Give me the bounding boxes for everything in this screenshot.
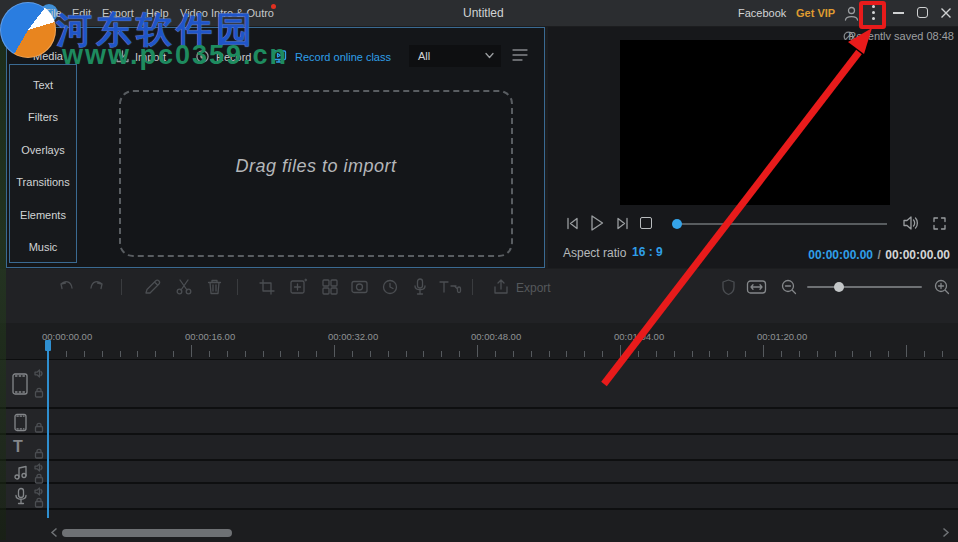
next-frame-icon[interactable] <box>614 216 631 231</box>
sidebar-item-transitions[interactable]: Transitions <box>10 166 76 199</box>
get-vip-link[interactable]: Get VIP <box>796 0 835 26</box>
video-track-icon <box>11 372 29 396</box>
zoom-in-icon[interactable] <box>933 278 951 296</box>
delete-trash-icon[interactable] <box>206 278 223 296</box>
sidebar-item-text[interactable]: Text <box>10 69 76 102</box>
text-track-icon: T <box>13 438 23 456</box>
zoom-frame-icon[interactable] <box>289 278 308 296</box>
fit-timeline-icon[interactable] <box>746 279 767 295</box>
sidebar-item-music[interactable]: Music <box>10 231 76 264</box>
tab-media[interactable]: Media <box>33 48 63 64</box>
preview-panel: Recently saved 08:48 Aspect ratio 16 : 9… <box>548 27 958 268</box>
sidebar-item-elements[interactable]: Elements <box>10 199 76 232</box>
voiceover-mic-icon[interactable] <box>412 277 428 296</box>
sidebar-item-overlays[interactable]: Overlays <box>10 134 76 167</box>
mute-speaker-icon[interactable] <box>33 463 45 472</box>
pip-track[interactable] <box>0 409 958 435</box>
undo-icon[interactable] <box>57 279 75 295</box>
previous-frame-icon[interactable] <box>564 216 581 231</box>
notification-dot <box>271 4 276 9</box>
video-preview-frame <box>620 40 890 205</box>
lock-icon[interactable] <box>33 448 45 459</box>
toolbar-divider <box>472 279 473 295</box>
music-track-icon <box>13 464 30 481</box>
redo-icon[interactable] <box>88 279 106 295</box>
account-icon[interactable] <box>843 5 860 22</box>
play-icon[interactable] <box>589 214 605 232</box>
timecode-total: 00:00:00.00 <box>885 248 950 262</box>
menu-video-intro-outro[interactable]: Video Intro & Outro <box>176 0 278 26</box>
aspect-ratio-value[interactable]: 16 : 9 <box>632 245 663 259</box>
crop-icon[interactable] <box>258 278 276 296</box>
lock-icon[interactable] <box>33 387 45 398</box>
mosaic-icon[interactable] <box>321 278 340 296</box>
stop-icon[interactable] <box>640 217 652 229</box>
export-icon[interactable] <box>492 278 510 296</box>
seek-handle[interactable] <box>672 219 682 229</box>
drag-hint-text: Drag files to import <box>121 156 511 177</box>
close-icon[interactable] <box>940 7 952 19</box>
lock-icon[interactable] <box>33 473 45 484</box>
ruler-ticks <box>0 323 958 360</box>
document-title: Untitled <box>463 0 504 26</box>
facebook-link[interactable]: Facebook <box>738 0 786 26</box>
media-filter-dropdown[interactable]: All <box>409 45 501 67</box>
toolbar-divider <box>237 279 238 295</box>
menu-export[interactable]: Export <box>98 0 138 26</box>
pip-track-icon <box>13 413 28 432</box>
video-track-header <box>0 360 48 407</box>
export-button[interactable]: Export <box>516 281 551 295</box>
timecode-separator: / <box>877 248 880 262</box>
seek-bar[interactable] <box>675 223 887 225</box>
text-track[interactable]: T <box>0 435 958 461</box>
edit-pencil-icon[interactable] <box>143 278 161 296</box>
annotation-highlight-box <box>859 1 886 29</box>
chevron-down-icon <box>485 52 494 59</box>
scroll-left-icon[interactable] <box>50 527 58 538</box>
watermark-edge-artifact <box>0 40 6 540</box>
record-icon <box>195 49 210 64</box>
volume-icon[interactable] <box>902 215 920 231</box>
screen-record-icon[interactable] <box>350 278 369 296</box>
voice-track[interactable] <box>0 484 958 510</box>
minimize-icon[interactable] <box>893 12 904 14</box>
mute-speaker-icon[interactable] <box>33 487 45 496</box>
music-track-header <box>0 461 48 482</box>
titlebar: File Edit Export Help Video Intro & Outr… <box>0 0 958 26</box>
edit-toolbar: Export <box>0 269 958 323</box>
timeline-zoom-slider[interactable] <box>807 286 922 288</box>
list-view-icon[interactable] <box>511 47 529 63</box>
category-sidebar: Text Filters Overlays Transitions Elemen… <box>9 64 77 263</box>
text-track-header: T <box>0 435 48 459</box>
menu-help[interactable]: Help <box>142 0 173 26</box>
lock-icon[interactable] <box>33 497 45 508</box>
duration-clock-icon[interactable] <box>381 278 399 296</box>
pip-track-header <box>0 409 48 433</box>
timeline-ruler[interactable]: 00:00:00.00 00:00:16.00 00:00:32.00 00:0… <box>0 323 958 360</box>
drag-drop-import-zone[interactable]: Drag files to import <box>119 90 513 257</box>
record-online-class-icon <box>271 49 287 64</box>
sidebar-item-filters[interactable]: Filters <box>10 101 76 134</box>
import-button[interactable]: Import <box>135 49 166 65</box>
split-scissors-icon[interactable] <box>175 278 193 296</box>
maximize-icon[interactable] <box>917 7 928 18</box>
video-track[interactable] <box>0 360 958 409</box>
import-icon <box>115 49 130 64</box>
scroll-right-icon[interactable] <box>942 527 950 538</box>
text-to-speech-icon[interactable] <box>438 278 462 296</box>
music-track[interactable] <box>0 461 958 484</box>
playhead[interactable] <box>47 340 49 518</box>
record-online-class-button[interactable]: Record online class <box>295 49 391 65</box>
menu-file[interactable]: File <box>40 0 66 26</box>
watermark-shield-icon[interactable] <box>721 278 736 296</box>
mute-speaker-icon[interactable] <box>33 369 45 378</box>
timeline-zoom-handle[interactable] <box>834 282 844 292</box>
timecode-current: 00:00:00.00 <box>808 248 873 262</box>
zoom-out-icon[interactable] <box>780 278 798 296</box>
lock-icon[interactable] <box>33 422 45 433</box>
fullscreen-icon[interactable] <box>932 216 947 231</box>
horizontal-scrollbar-thumb[interactable] <box>62 529 232 537</box>
menu-edit[interactable]: Edit <box>68 0 95 26</box>
record-button[interactable]: Record <box>216 49 251 65</box>
voice-track-header <box>0 484 48 508</box>
